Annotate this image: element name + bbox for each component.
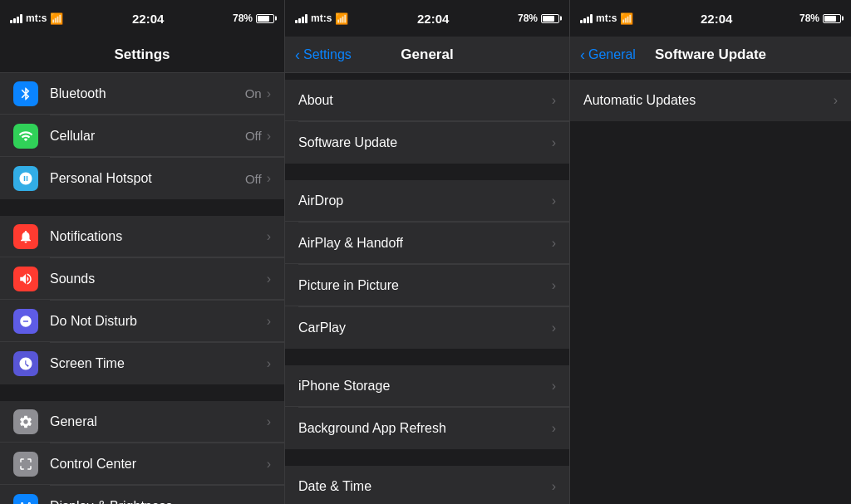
- about-label: About: [298, 93, 552, 108]
- wifi-icon-mid: 📶: [335, 12, 348, 25]
- general-chevron: ›: [267, 414, 271, 429]
- general-row[interactable]: General ›: [0, 401, 284, 443]
- display-brightness-label: Display & Brightness: [50, 499, 267, 505]
- personal-hotspot-label: Personal Hotspot: [50, 171, 245, 186]
- battery-icon-right: [823, 14, 841, 23]
- iphone-storage-label: iPhone Storage: [298, 379, 552, 394]
- airplay-handoff-label: AirPlay & Handoff: [298, 236, 552, 251]
- about-group: About › Software Update ›: [285, 80, 569, 164]
- carrier-label-right: mt:s: [596, 12, 617, 24]
- screen-time-label: Screen Time: [50, 356, 267, 371]
- status-left: mt:s 📶: [10, 12, 63, 25]
- notifications-row[interactable]: Notifications ›: [0, 216, 284, 257]
- airplay-handoff-row[interactable]: AirPlay & Handoff ›: [285, 223, 569, 264]
- general-settings-list[interactable]: About › Software Update › AirDrop › AirP…: [285, 73, 569, 504]
- wifi-icon: 📶: [50, 12, 63, 25]
- status-bar-right: mt:s 📶 22:04 78%: [570, 0, 851, 37]
- cellular-icon: [13, 124, 38, 149]
- software-update-row[interactable]: Software Update ›: [285, 122, 569, 164]
- bluetooth-value: On: [245, 86, 262, 100]
- bluetooth-chevron: ›: [267, 86, 271, 101]
- do-not-disturb-icon: [13, 309, 38, 334]
- back-to-settings-button[interactable]: ‹ Settings: [295, 47, 352, 62]
- sounds-row[interactable]: Sounds ›: [0, 258, 284, 300]
- airdrop-row[interactable]: AirDrop ›: [285, 180, 569, 222]
- date-time-row[interactable]: Date & Time ›: [285, 466, 569, 504]
- mid-spacer-0: [285, 73, 569, 80]
- picture-in-picture-row[interactable]: Picture in Picture ›: [285, 265, 569, 306]
- battery-icon-left: [256, 14, 274, 23]
- bluetooth-label: Bluetooth: [50, 86, 245, 101]
- personal-hotspot-value: Off: [245, 172, 262, 186]
- about-chevron: ›: [552, 93, 556, 108]
- back-label-right: General: [588, 47, 636, 62]
- personal-hotspot-chevron: ›: [267, 171, 271, 186]
- about-row[interactable]: About ›: [285, 80, 569, 121]
- carrier-label: mt:s: [26, 12, 47, 24]
- mid-panel-title: General: [401, 46, 453, 63]
- time-display-right: 22:04: [701, 12, 732, 26]
- display-brightness-icon: AA: [13, 494, 38, 505]
- signal-icon-mid: [295, 13, 307, 23]
- cellular-value: Off: [245, 129, 262, 143]
- mid-spacer-1: [285, 164, 569, 180]
- control-center-row[interactable]: Control Center ›: [0, 443, 284, 485]
- do-not-disturb-row[interactable]: Do Not Disturb ›: [0, 301, 284, 342]
- carplay-chevron: ›: [552, 321, 556, 335]
- status-right-left: 78%: [233, 12, 274, 24]
- carrier-label-mid: mt:s: [311, 12, 332, 24]
- carplay-row[interactable]: CarPlay ›: [285, 307, 569, 349]
- screen-time-icon: [13, 351, 38, 376]
- bluetooth-row[interactable]: Bluetooth On ›: [0, 73, 284, 115]
- control-center-chevron: ›: [267, 457, 271, 472]
- screen-time-chevron: ›: [267, 356, 271, 371]
- personal-hotspot-icon: [13, 166, 38, 191]
- personal-hotspot-row[interactable]: Personal Hotspot Off ›: [0, 158, 284, 199]
- back-to-general-button[interactable]: ‹ General: [580, 47, 636, 62]
- airdrop-group: AirDrop › AirPlay & Handoff › Picture in…: [285, 180, 569, 349]
- control-center-label: Control Center: [50, 457, 267, 472]
- display-brightness-chevron: ›: [267, 499, 271, 505]
- display-brightness-row[interactable]: AA Display & Brightness ›: [0, 486, 284, 504]
- status-left-right: mt:s 📶: [580, 12, 633, 25]
- airplay-handoff-chevron: ›: [552, 236, 556, 251]
- software-update-chevron: ›: [552, 135, 556, 150]
- iphone-storage-row[interactable]: iPhone Storage ›: [285, 365, 569, 407]
- mid-spacer-2: [285, 349, 569, 365]
- battery-percent-right: 78%: [799, 12, 819, 24]
- background-app-refresh-row[interactable]: Background App Refresh ›: [285, 408, 569, 449]
- left-panel-title-bar: Settings: [0, 37, 284, 73]
- status-bar-mid: mt:s 📶 22:04 78%: [285, 0, 569, 37]
- picture-in-picture-label: Picture in Picture: [298, 278, 552, 293]
- general-icon: [13, 409, 38, 434]
- general-label: General: [50, 414, 267, 429]
- cellular-row[interactable]: Cellular Off ›: [0, 115, 284, 157]
- mid-panel: mt:s 📶 22:04 78% ‹ Settings General Abou…: [285, 0, 570, 504]
- right-spacer-0: [570, 73, 851, 80]
- mid-spacer-3: [285, 449, 569, 466]
- auto-updates-group: Automatic Updates ›: [570, 80, 851, 121]
- automatic-updates-row[interactable]: Automatic Updates ›: [570, 80, 851, 121]
- connectivity-group: Bluetooth On › Cellular Off › Personal H…: [0, 73, 284, 199]
- do-not-disturb-label: Do Not Disturb: [50, 314, 267, 329]
- signal-icon-right: [580, 13, 593, 23]
- date-time-chevron: ›: [552, 479, 556, 494]
- airdrop-chevron: ›: [552, 193, 556, 208]
- bluetooth-icon: [13, 81, 38, 106]
- signal-icon: [10, 13, 22, 23]
- left-panel: mt:s 📶 22:04 78% Settings Bluetooth On ›: [0, 0, 285, 504]
- sounds-chevron: ›: [267, 272, 271, 286]
- notifications-chevron: ›: [267, 229, 271, 244]
- time-display-left: 22:04: [132, 12, 164, 26]
- software-update-list[interactable]: Automatic Updates ›: [570, 73, 851, 504]
- battery-icon-mid: [541, 14, 559, 23]
- date-time-label: Date & Time: [298, 479, 552, 494]
- back-chevron-mid: ‹: [295, 47, 300, 62]
- left-settings-list[interactable]: Bluetooth On › Cellular Off › Personal H…: [0, 73, 284, 504]
- picture-in-picture-chevron: ›: [552, 278, 556, 293]
- screen-time-row[interactable]: Screen Time ›: [0, 343, 284, 384]
- status-bar-left: mt:s 📶 22:04 78%: [0, 0, 284, 37]
- automatic-updates-chevron: ›: [834, 93, 838, 108]
- battery-percent-left: 78%: [233, 12, 253, 24]
- cellular-label: Cellular: [50, 129, 245, 144]
